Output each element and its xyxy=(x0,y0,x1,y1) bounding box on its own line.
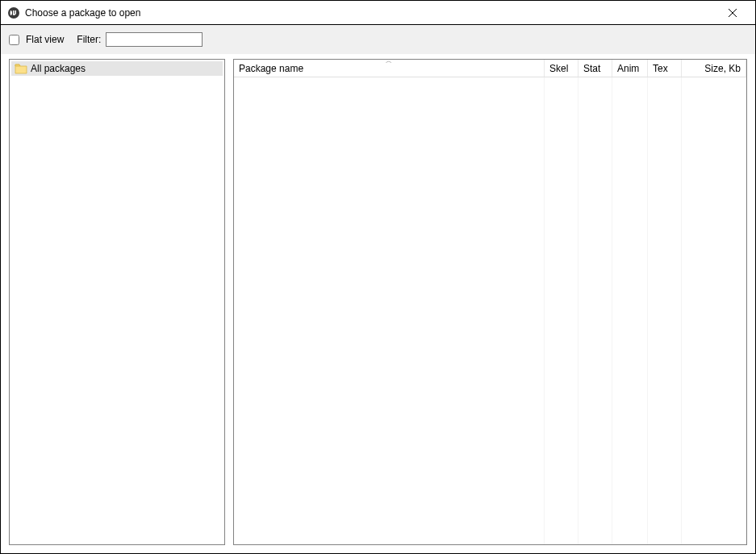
list-panel[interactable]: Package name ︿ Skel Stat Anim Tex Size, … xyxy=(233,59,747,545)
column-header-tex[interactable]: Tex xyxy=(648,60,682,77)
column-header-package-name[interactable]: Package name ︿ xyxy=(234,60,545,77)
column-header-skel[interactable]: Skel xyxy=(545,60,578,77)
app-icon xyxy=(7,6,20,19)
column-header-anim[interactable]: Anim xyxy=(612,60,648,77)
column-label: Tex xyxy=(653,63,668,74)
tree-item-all-packages[interactable]: All packages xyxy=(11,61,223,76)
column-header-stat[interactable]: Stat xyxy=(578,60,612,77)
titlebar: Choose a package to open xyxy=(1,1,755,25)
filter-input[interactable] xyxy=(106,32,203,47)
column-header-size[interactable]: Size, Kb xyxy=(682,60,746,77)
sort-indicator-icon: ︿ xyxy=(386,59,392,65)
filter-label: Filter: xyxy=(77,34,101,45)
flat-view-label[interactable]: Flat view xyxy=(26,34,64,45)
tree-panel[interactable]: All packages xyxy=(9,59,225,545)
window-title: Choose a package to open xyxy=(25,7,716,19)
list-header: Package name ︿ Skel Stat Anim Tex Size, … xyxy=(234,60,746,77)
tree-item-label: All packages xyxy=(31,63,86,74)
column-label: Package name xyxy=(239,63,303,74)
toolbar: Flat view Filter: xyxy=(1,25,755,54)
content-area: All packages Package name ︿ Skel Stat An… xyxy=(1,54,755,553)
close-button[interactable] xyxy=(716,2,749,24)
list-body xyxy=(234,77,746,544)
column-label: Skel xyxy=(549,63,568,74)
flat-view-checkbox[interactable] xyxy=(9,35,19,45)
column-label: Anim xyxy=(617,63,639,74)
column-label: Size, Kb xyxy=(704,63,741,74)
column-label: Stat xyxy=(583,63,600,74)
folder-icon xyxy=(15,63,27,74)
